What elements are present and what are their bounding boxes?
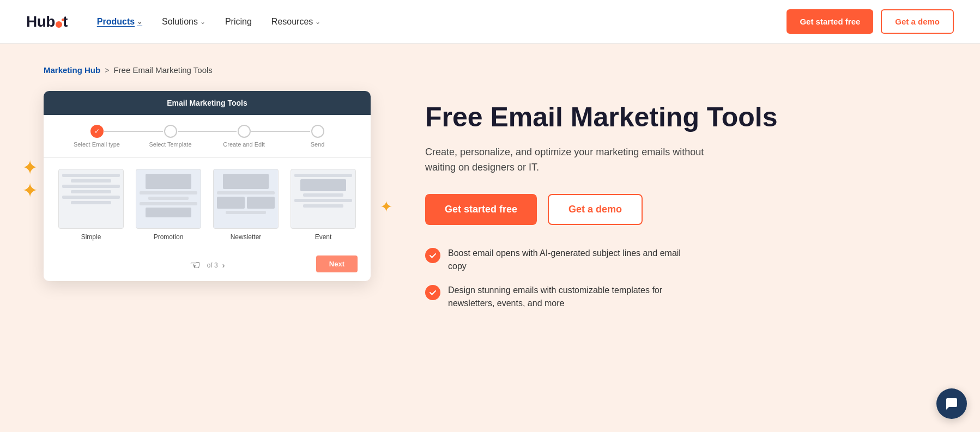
mockup-templates: Simple Promotion bbox=[44, 158, 371, 252]
hero-subtitle: Create, personalize, and optimize your m… bbox=[425, 144, 709, 176]
step-label-3: Create and Edit bbox=[223, 141, 264, 148]
page-indicator: of 3 bbox=[207, 261, 218, 269]
step-circle-1: ✓ bbox=[90, 125, 104, 138]
template-newsletter[interactable]: Newsletter bbox=[211, 169, 280, 241]
hero-section: Marketing Hub > Free Email Marketing Too… bbox=[0, 44, 980, 432]
next-button[interactable]: Next bbox=[316, 255, 358, 272]
chevron-down-icon: ⌄ bbox=[137, 18, 142, 26]
mockup-steps: ✓ Select Email type Select Template Crea… bbox=[44, 115, 371, 158]
step-create-edit: Create and Edit bbox=[207, 125, 281, 148]
template-thumb-simple bbox=[58, 169, 124, 229]
step-label-2: Select Template bbox=[149, 141, 191, 148]
breadcrumb: Marketing Hub > Free Email Marketing Too… bbox=[44, 65, 936, 75]
logo[interactable]: Hub t bbox=[26, 13, 68, 31]
nav-links: Products ⌄ Solutions ⌄ Pricing Resources… bbox=[89, 13, 787, 31]
logo-text: Hub t bbox=[26, 13, 68, 31]
mockup-footer: ☜ of 3 › Next bbox=[44, 252, 371, 281]
check-icon-2 bbox=[425, 285, 440, 300]
hero-text: Free Email Marketing Tools Create, perso… bbox=[425, 91, 936, 310]
feature-list: Boost email opens with AI-generated subj… bbox=[425, 247, 936, 310]
nav-item-solutions[interactable]: Solutions ⌄ bbox=[154, 13, 213, 31]
nav-item-products[interactable]: Products ⌄ bbox=[89, 13, 150, 31]
template-thumb-event bbox=[291, 169, 356, 229]
next-arrow-icon: › bbox=[222, 261, 225, 270]
template-label-event: Event bbox=[315, 233, 332, 241]
mockup-header: Email Marketing Tools bbox=[44, 91, 371, 115]
template-label-simple: Simple bbox=[81, 233, 101, 241]
cursor-icon: ☜ bbox=[190, 258, 201, 272]
template-thumb-newsletter bbox=[213, 169, 279, 229]
template-label-promotion: Promotion bbox=[154, 233, 184, 241]
step-label-1: Select Email type bbox=[74, 141, 120, 148]
nav-item-pricing[interactable]: Pricing bbox=[217, 13, 259, 31]
template-label-newsletter: Newsletter bbox=[231, 233, 262, 241]
check-icon-1 bbox=[425, 248, 440, 263]
step-circle-3 bbox=[238, 125, 251, 138]
hero-content: ✦✦ ✦ Email Marketing Tools ✓ Select Emai… bbox=[44, 91, 936, 310]
breadcrumb-current: Free Email Marketing Tools bbox=[113, 65, 212, 75]
hero-get-started-button[interactable]: Get started free bbox=[425, 194, 537, 225]
sparkle-icon: ✦✦ bbox=[22, 156, 38, 202]
feature-item-1: Boost email opens with AI-generated subj… bbox=[425, 247, 936, 273]
sparkle-icon-br: ✦ bbox=[380, 198, 392, 216]
feature-item-2: Design stunning emails with customizable… bbox=[425, 284, 936, 310]
feature-text-2: Design stunning emails with customizable… bbox=[448, 284, 688, 310]
nav-get-started-button[interactable]: Get started free bbox=[787, 9, 873, 34]
mockup-card: Email Marketing Tools ✓ Select Email typ… bbox=[44, 91, 371, 281]
breadcrumb-link[interactable]: Marketing Hub bbox=[44, 65, 100, 75]
step-label-4: Send bbox=[311, 141, 325, 148]
nav-ctas: Get started free Get a demo bbox=[787, 9, 954, 34]
breadcrumb-separator: > bbox=[105, 66, 109, 75]
template-thumb-promotion bbox=[136, 169, 201, 229]
template-promotion[interactable]: Promotion bbox=[134, 169, 203, 241]
step-select-email-type: ✓ Select Email type bbox=[60, 125, 134, 148]
hero-title: Free Email Marketing Tools bbox=[425, 102, 936, 133]
hero-get-demo-button[interactable]: Get a demo bbox=[548, 194, 643, 225]
chevron-down-icon: ⌄ bbox=[200, 18, 205, 26]
feature-text-1: Boost email opens with AI-generated subj… bbox=[448, 247, 688, 273]
step-circle-4 bbox=[311, 125, 324, 138]
step-circle-2 bbox=[164, 125, 177, 138]
template-simple[interactable]: Simple bbox=[57, 169, 125, 241]
template-event[interactable]: Event bbox=[289, 169, 358, 241]
hero-ctas: Get started free Get a demo bbox=[425, 194, 936, 225]
chevron-down-icon: ⌄ bbox=[315, 18, 320, 26]
mockup-wrapper: ✦✦ ✦ Email Marketing Tools ✓ Select Emai… bbox=[44, 91, 382, 281]
nav-item-resources[interactable]: Resources ⌄ bbox=[264, 13, 328, 31]
nav-get-demo-button[interactable]: Get a demo bbox=[881, 9, 954, 34]
step-select-template: Select Template bbox=[134, 125, 207, 148]
chat-bubble-button[interactable] bbox=[936, 388, 967, 419]
navbar: Hub t Products ⌄ Solutions ⌄ Pricing Res… bbox=[0, 0, 980, 44]
step-send: Send bbox=[281, 125, 354, 148]
